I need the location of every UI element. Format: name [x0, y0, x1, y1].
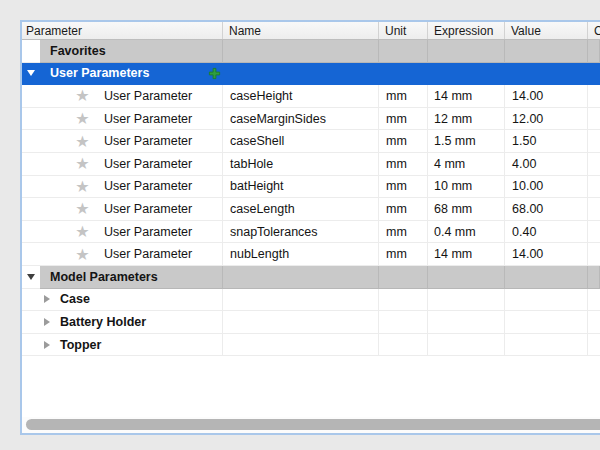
comments-cell[interactable]: [588, 153, 600, 176]
expression-cell[interactable]: 14 mm: [428, 85, 505, 108]
favorite-star-icon[interactable]: ★: [74, 246, 91, 263]
model-group-row-case[interactable]: Case: [22, 289, 600, 312]
empty-cell: [379, 311, 428, 334]
empty-cell: [428, 334, 505, 357]
column-header-comments[interactable]: C: [588, 22, 600, 39]
value-cell: 14.00: [505, 85, 588, 108]
parameter-type-label: User Parameter: [104, 225, 192, 239]
expand-toggle-cell: [22, 40, 40, 63]
empty-cell: [505, 289, 588, 312]
parameter-row[interactable]: ★User Parameter caseLength mm 68 mm 68.0…: [22, 198, 600, 221]
chevron-right-icon[interactable]: [44, 341, 50, 349]
empty-cell: [223, 334, 379, 357]
name-cell[interactable]: caseMarginSides: [223, 108, 379, 131]
expression-cell[interactable]: 0.4 mm: [428, 221, 505, 244]
chevron-down-icon: [27, 70, 35, 76]
favorite-star-icon[interactable]: ★: [74, 178, 91, 195]
favorite-star-icon[interactable]: ★: [74, 110, 91, 127]
expand-toggle-cell: [22, 243, 40, 266]
value-cell: 4.00: [505, 153, 588, 176]
comments-cell[interactable]: [588, 221, 600, 244]
expression-cell[interactable]: 1.5 mm: [428, 130, 505, 153]
unit-cell[interactable]: mm: [379, 130, 428, 153]
parameter-row[interactable]: ★User Parameter caseShell mm 1.5 mm 1.50: [22, 130, 600, 153]
parameter-row[interactable]: ★User Parameter caseMarginSides mm 12 mm…: [22, 108, 600, 131]
empty-cell: [505, 40, 588, 63]
value-cell: 10.00: [505, 176, 588, 199]
parameter-row[interactable]: ★User Parameter snapTolerances mm 0.4 mm…: [22, 221, 600, 244]
parameter-row[interactable]: ★User Parameter tabHole mm 4 mm 4.00: [22, 153, 600, 176]
comments-cell[interactable]: [588, 130, 600, 153]
expression-cell[interactable]: 10 mm: [428, 176, 505, 199]
name-cell[interactable]: caseLength: [223, 198, 379, 221]
unit-cell[interactable]: mm: [379, 198, 428, 221]
name-cell[interactable]: snapTolerances: [223, 221, 379, 244]
parameter-name: caseMarginSides: [230, 112, 326, 126]
favorite-star-icon[interactable]: ★: [74, 87, 91, 104]
expression-cell[interactable]: 4 mm: [428, 153, 505, 176]
empty-cell: [505, 63, 588, 86]
collapse-toggle[interactable]: [22, 63, 40, 86]
column-header-parameter[interactable]: Parameter: [22, 22, 223, 39]
horizontal-scrollbar-track[interactable]: [22, 417, 600, 433]
column-header-value[interactable]: Value: [505, 22, 588, 39]
group-row-user-parameters[interactable]: User Parameters: [22, 63, 600, 86]
unit-cell[interactable]: mm: [379, 243, 428, 266]
value-cell: 1.50: [505, 130, 588, 153]
empty-cell: [223, 63, 379, 86]
empty-cell: [379, 289, 428, 312]
name-cell[interactable]: nubLength: [223, 243, 379, 266]
parameter-row[interactable]: ★User Parameter nubLength mm 14 mm 14.00: [22, 243, 600, 266]
expand-toggle-cell: [22, 221, 40, 244]
favorite-star-icon[interactable]: ★: [74, 155, 91, 172]
comments-cell[interactable]: [588, 176, 600, 199]
unit-cell[interactable]: mm: [379, 153, 428, 176]
value-cell: 68.00: [505, 198, 588, 221]
group-row-favorites[interactable]: Favorites: [22, 40, 600, 63]
favorite-star-icon[interactable]: ★: [74, 133, 91, 150]
parameter-type-label: User Parameter: [104, 179, 192, 193]
name-cell[interactable]: caseShell: [223, 130, 379, 153]
parameter-row[interactable]: ★User Parameter caseHeight mm 14 mm 14.0…: [22, 85, 600, 108]
unit-cell[interactable]: mm: [379, 176, 428, 199]
unit-cell[interactable]: mm: [379, 85, 428, 108]
horizontal-scrollbar-thumb[interactable]: [26, 419, 600, 430]
parameter-type-label: User Parameter: [104, 247, 192, 261]
parameter-expression: 68 mm: [434, 202, 472, 216]
parameter-value: 14.00: [512, 247, 543, 261]
comments-cell[interactable]: [588, 108, 600, 131]
parameter-value: 0.40: [512, 225, 536, 239]
expression-cell[interactable]: 68 mm: [428, 198, 505, 221]
collapse-toggle[interactable]: [22, 266, 40, 289]
parameter-expression: 12 mm: [434, 112, 472, 126]
model-group-row-battery-holder[interactable]: Battery Holder: [22, 311, 600, 334]
comments-cell[interactable]: [588, 198, 600, 221]
empty-cell: [223, 40, 379, 63]
expression-cell[interactable]: 12 mm: [428, 108, 505, 131]
parameter-name: caseShell: [230, 134, 284, 148]
unit-cell[interactable]: mm: [379, 108, 428, 131]
parameter-name: tabHole: [230, 157, 273, 171]
expand-toggle-cell: [22, 176, 40, 199]
expression-cell[interactable]: 14 mm: [428, 243, 505, 266]
column-header-name[interactable]: Name: [223, 22, 379, 39]
model-group-row-topper[interactable]: Topper: [22, 334, 600, 357]
unit-cell[interactable]: mm: [379, 221, 428, 244]
comments-cell[interactable]: [588, 243, 600, 266]
add-parameter-button[interactable]: [207, 67, 221, 81]
group-row-model-parameters[interactable]: Model Parameters: [22, 266, 600, 289]
name-cell[interactable]: batHeight: [223, 176, 379, 199]
chevron-right-icon[interactable]: [44, 318, 50, 326]
column-header-unit[interactable]: Unit: [379, 22, 428, 39]
favorite-star-icon[interactable]: ★: [74, 200, 91, 217]
empty-cell: [505, 266, 588, 289]
name-cell[interactable]: caseHeight: [223, 85, 379, 108]
empty-cell: [588, 289, 600, 312]
comments-cell[interactable]: [588, 85, 600, 108]
name-cell[interactable]: tabHole: [223, 153, 379, 176]
parameter-value: 14.00: [512, 89, 543, 103]
chevron-right-icon[interactable]: [44, 295, 50, 303]
parameter-row[interactable]: ★User Parameter batHeight mm 10 mm 10.00: [22, 176, 600, 199]
favorite-star-icon[interactable]: ★: [74, 223, 91, 240]
column-header-expression[interactable]: Expression: [428, 22, 505, 39]
